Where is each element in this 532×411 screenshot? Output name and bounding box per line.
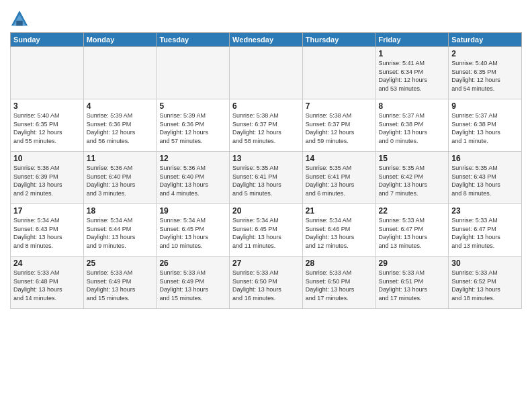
day-info: Sunrise: 5:40 AM Sunset: 6:35 PM Dayligh… (451, 59, 519, 93)
calendar-cell: 13Sunrise: 5:35 AM Sunset: 6:41 PM Dayli… (230, 152, 303, 204)
day-info: Sunrise: 5:38 AM Sunset: 6:37 PM Dayligh… (306, 111, 373, 145)
day-info: Sunrise: 5:35 AM Sunset: 6:42 PM Dayligh… (379, 164, 446, 197)
weekday-header-row: SundayMondayTuesdayWednesdayThursdayFrid… (11, 33, 522, 47)
calendar-cell: 26Sunrise: 5:33 AM Sunset: 6:49 PM Dayli… (157, 257, 230, 309)
logo (10, 9, 30, 28)
day-number: 12 (159, 154, 226, 163)
calendar-cell: 27Sunrise: 5:33 AM Sunset: 6:50 PM Dayli… (230, 257, 303, 309)
day-number: 10 (13, 154, 81, 163)
day-info: Sunrise: 5:33 AM Sunset: 6:48 PM Dayligh… (13, 269, 81, 302)
calendar-cell: 18Sunrise: 5:34 AM Sunset: 6:44 PM Dayli… (83, 204, 157, 257)
calendar-cell: 12Sunrise: 5:36 AM Sunset: 6:40 PM Dayli… (157, 152, 230, 204)
svg-rect-2 (16, 21, 22, 26)
day-info: Sunrise: 5:33 AM Sunset: 6:51 PM Dayligh… (379, 269, 446, 302)
logo-icon (10, 9, 29, 28)
day-number: 28 (306, 259, 373, 268)
day-number: 5 (159, 101, 226, 111)
calendar-cell: 19Sunrise: 5:34 AM Sunset: 6:45 PM Dayli… (157, 204, 230, 257)
day-number: 16 (451, 154, 519, 163)
calendar-cell (11, 47, 84, 99)
day-info: Sunrise: 5:34 AM Sunset: 6:45 PM Dayligh… (159, 216, 226, 250)
day-number: 15 (379, 154, 446, 163)
day-number: 19 (159, 206, 226, 216)
calendar-cell: 16Sunrise: 5:35 AM Sunset: 6:43 PM Dayli… (449, 152, 522, 204)
calendar-cell: 23Sunrise: 5:33 AM Sunset: 6:47 PM Dayli… (449, 204, 522, 257)
day-number: 25 (87, 259, 154, 268)
weekday-header-wednesday: Wednesday (230, 33, 303, 47)
day-info: Sunrise: 5:34 AM Sunset: 6:44 PM Dayligh… (87, 216, 154, 250)
weekday-header-monday: Monday (83, 33, 157, 47)
calendar-cell: 11Sunrise: 5:36 AM Sunset: 6:40 PM Dayli… (83, 152, 157, 204)
calendar-cell: 15Sunrise: 5:35 AM Sunset: 6:42 PM Dayli… (375, 152, 449, 204)
calendar-cell: 22Sunrise: 5:33 AM Sunset: 6:47 PM Dayli… (375, 204, 449, 257)
calendar-cell (83, 47, 157, 99)
day-info: Sunrise: 5:33 AM Sunset: 6:50 PM Dayligh… (306, 269, 373, 302)
calendar-cell: 21Sunrise: 5:34 AM Sunset: 6:46 PM Dayli… (302, 204, 375, 257)
calendar-cell: 24Sunrise: 5:33 AM Sunset: 6:48 PM Dayli… (11, 257, 84, 309)
day-info: Sunrise: 5:33 AM Sunset: 6:47 PM Dayligh… (451, 216, 519, 250)
weekday-header-sunday: Sunday (11, 33, 84, 47)
day-number: 18 (87, 206, 154, 216)
day-info: Sunrise: 5:39 AM Sunset: 6:36 PM Dayligh… (159, 111, 226, 145)
day-number: 11 (87, 154, 154, 163)
calendar-cell: 17Sunrise: 5:34 AM Sunset: 6:43 PM Dayli… (11, 204, 84, 257)
day-number: 2 (451, 49, 519, 58)
calendar-cell: 30Sunrise: 5:33 AM Sunset: 6:52 PM Dayli… (449, 257, 522, 309)
day-number: 29 (379, 259, 446, 268)
day-number: 20 (232, 206, 300, 216)
calendar-cell: 20Sunrise: 5:34 AM Sunset: 6:45 PM Dayli… (230, 204, 303, 257)
calendar-cell (230, 47, 303, 99)
day-info: Sunrise: 5:35 AM Sunset: 6:41 PM Dayligh… (306, 164, 373, 197)
day-info: Sunrise: 5:36 AM Sunset: 6:40 PM Dayligh… (159, 164, 226, 197)
day-info: Sunrise: 5:33 AM Sunset: 6:49 PM Dayligh… (159, 269, 226, 302)
calendar-cell: 8Sunrise: 5:37 AM Sunset: 6:38 PM Daylig… (375, 99, 449, 152)
day-info: Sunrise: 5:35 AM Sunset: 6:43 PM Dayligh… (451, 164, 519, 197)
day-info: Sunrise: 5:37 AM Sunset: 6:38 PM Dayligh… (379, 111, 446, 145)
day-number: 1 (379, 49, 446, 58)
calendar-cell: 10Sunrise: 5:36 AM Sunset: 6:39 PM Dayli… (11, 152, 84, 204)
day-number: 9 (451, 101, 519, 111)
day-info: Sunrise: 5:33 AM Sunset: 6:50 PM Dayligh… (232, 269, 300, 302)
day-number: 23 (451, 206, 519, 216)
day-info: Sunrise: 5:35 AM Sunset: 6:41 PM Dayligh… (232, 164, 300, 197)
day-number: 3 (13, 101, 81, 111)
calendar-cell: 14Sunrise: 5:35 AM Sunset: 6:41 PM Dayli… (302, 152, 375, 204)
day-info: Sunrise: 5:36 AM Sunset: 6:40 PM Dayligh… (87, 164, 154, 197)
day-number: 30 (451, 259, 519, 268)
calendar-cell: 5Sunrise: 5:39 AM Sunset: 6:36 PM Daylig… (157, 99, 230, 152)
day-number: 13 (232, 154, 300, 163)
calendar-cell: 28Sunrise: 5:33 AM Sunset: 6:50 PM Dayli… (302, 257, 375, 309)
day-info: Sunrise: 5:39 AM Sunset: 6:36 PM Dayligh… (87, 111, 154, 145)
calendar-cell: 7Sunrise: 5:38 AM Sunset: 6:37 PM Daylig… (302, 99, 375, 152)
day-info: Sunrise: 5:38 AM Sunset: 6:37 PM Dayligh… (232, 111, 300, 145)
day-number: 24 (13, 259, 81, 268)
day-number: 14 (306, 154, 373, 163)
page-container: SundayMondayTuesdayWednesdayThursdayFrid… (0, 0, 532, 411)
day-info: Sunrise: 5:34 AM Sunset: 6:46 PM Dayligh… (306, 216, 373, 250)
day-info: Sunrise: 5:40 AM Sunset: 6:35 PM Dayligh… (13, 111, 81, 145)
calendar-cell: 1Sunrise: 5:41 AM Sunset: 6:34 PM Daylig… (375, 47, 449, 99)
day-info: Sunrise: 5:33 AM Sunset: 6:49 PM Dayligh… (87, 269, 154, 302)
calendar-cell (157, 47, 230, 99)
calendar-cell: 2Sunrise: 5:40 AM Sunset: 6:35 PM Daylig… (449, 47, 522, 99)
day-number: 22 (379, 206, 446, 216)
day-number: 7 (306, 101, 373, 111)
calendar-cell: 6Sunrise: 5:38 AM Sunset: 6:37 PM Daylig… (230, 99, 303, 152)
day-number: 4 (87, 101, 154, 111)
calendar-week-2: 3Sunrise: 5:40 AM Sunset: 6:35 PM Daylig… (11, 99, 522, 152)
calendar-week-4: 17Sunrise: 5:34 AM Sunset: 6:43 PM Dayli… (11, 204, 522, 257)
calendar-cell (302, 47, 375, 99)
page-header (10, 7, 522, 28)
day-info: Sunrise: 5:34 AM Sunset: 6:43 PM Dayligh… (13, 216, 81, 250)
calendar-cell: 4Sunrise: 5:39 AM Sunset: 6:36 PM Daylig… (83, 99, 157, 152)
day-info: Sunrise: 5:41 AM Sunset: 6:34 PM Dayligh… (379, 59, 446, 93)
weekday-header-saturday: Saturday (449, 33, 522, 47)
day-info: Sunrise: 5:37 AM Sunset: 6:38 PM Dayligh… (451, 111, 519, 145)
day-info: Sunrise: 5:36 AM Sunset: 6:39 PM Dayligh… (13, 164, 81, 197)
calendar-cell: 9Sunrise: 5:37 AM Sunset: 6:38 PM Daylig… (449, 99, 522, 152)
calendar-cell: 3Sunrise: 5:40 AM Sunset: 6:35 PM Daylig… (11, 99, 84, 152)
day-number: 26 (159, 259, 226, 268)
day-info: Sunrise: 5:33 AM Sunset: 6:52 PM Dayligh… (451, 269, 519, 302)
day-info: Sunrise: 5:33 AM Sunset: 6:47 PM Dayligh… (379, 216, 446, 250)
calendar-table: SundayMondayTuesdayWednesdayThursdayFrid… (10, 32, 522, 309)
